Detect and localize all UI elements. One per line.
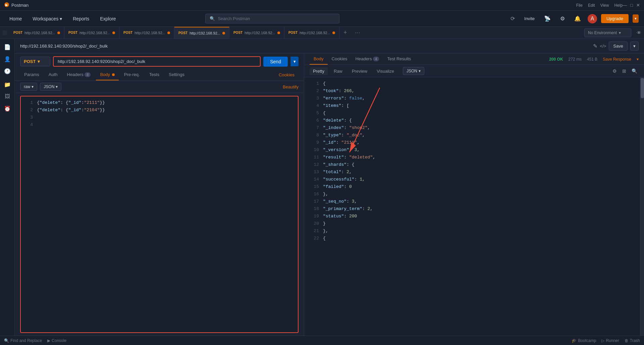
titlebar: ▶ Postman File Edit View Help — □ ✕: [0, 0, 644, 11]
save-response-btn[interactable]: Save Response: [603, 57, 631, 62]
sync-icon[interactable]: ⟳: [508, 14, 518, 23]
tab-more-btn[interactable]: ⋯: [351, 29, 364, 36]
bootcamp-btn[interactable]: 🎓 Bootcamp: [572, 338, 596, 343]
beautify-btn[interactable]: Beautify: [283, 84, 299, 89]
sidebar-new-icon[interactable]: 📄: [2, 42, 13, 52]
sidebar-collection-icon[interactable]: 📁: [2, 79, 13, 90]
resp-tab-headers[interactable]: Headers 4: [352, 54, 383, 65]
req-tab-tests[interactable]: Tests: [145, 69, 163, 80]
satellite-icon[interactable]: 📡: [541, 14, 553, 23]
req-tab-body[interactable]: Body: [96, 69, 118, 80]
body-format-btn[interactable]: JSON ▾: [40, 83, 61, 91]
resp-line-19: "status": 200: [323, 213, 637, 220]
nav-home[interactable]: Home: [5, 14, 26, 23]
menu-file[interactable]: File: [576, 3, 583, 8]
resp-line-numbers: 12345 678910 1112131415 1617181920 2122: [304, 77, 320, 336]
find-replace-icon: 🔍: [4, 338, 9, 343]
resp-line-20: }: [323, 220, 637, 227]
resp-line-1: {: [323, 80, 637, 87]
save-response-chevron[interactable]: ▾: [637, 57, 639, 62]
tabs-bar: POST http://192.168.92... POST http://19…: [0, 27, 644, 39]
request-body-code[interactable]: {"delete": {"_id":"2111"}} {"delete": {"…: [34, 96, 298, 332]
invite-btn[interactable]: Invite: [522, 15, 537, 22]
nav-workspaces[interactable]: Workspaces▾: [29, 14, 66, 23]
settings-icon[interactable]: ⚙: [557, 14, 568, 23]
tab-dirty-2: [112, 31, 115, 34]
line-num-2: 2: [22, 107, 33, 114]
body-type-btn[interactable]: raw ▾: [20, 83, 37, 91]
tab-6[interactable]: POST http://192.168.92...: [284, 27, 339, 39]
req-tab-settings[interactable]: Settings: [165, 69, 189, 80]
send-dropdown-btn[interactable]: ▾: [290, 57, 299, 66]
close-btn[interactable]: ✕: [636, 3, 640, 8]
req-tab-prereq[interactable]: Pre-req.: [120, 69, 144, 80]
env-selector[interactable]: No Environment ▾: [584, 28, 631, 37]
resp-tab-cookies[interactable]: Cookies: [328, 54, 352, 65]
tab-5[interactable]: POST http://192.168.92...: [229, 27, 284, 39]
tab-1[interactable]: POST http://192.168.92...: [9, 27, 64, 39]
request-pane: POST ▾ Send ▾ Params Auth Headers 8 Body…: [15, 54, 304, 336]
notification-icon[interactable]: 🔔: [572, 14, 584, 23]
resp-line-5: {: [323, 110, 637, 117]
sidebar-image-icon[interactable]: 🖼: [2, 91, 13, 102]
tab-new-req[interactable]: [1, 27, 9, 39]
url-input[interactable]: [53, 56, 261, 67]
resp-copy-btn[interactable]: ⊞: [621, 67, 628, 75]
trash-btn[interactable]: 🗑 Trash: [625, 338, 640, 343]
resp-format-dropdown[interactable]: JSON ▾: [403, 67, 424, 75]
tab-add-btn[interactable]: +: [339, 29, 351, 36]
code-btn[interactable]: </>: [600, 44, 606, 49]
resp-filter-btn[interactable]: ⚙: [611, 67, 618, 75]
tab-3[interactable]: POST http://192.168.92...: [119, 27, 174, 39]
resp-scrollbar[interactable]: [640, 77, 644, 336]
resp-tab-test-results[interactable]: Test Results: [383, 54, 415, 65]
find-replace-btn[interactable]: 🔍 Find and Replace: [4, 338, 42, 343]
resp-visualize-btn[interactable]: Visualize: [373, 67, 397, 75]
tab-4[interactable]: POST http://192.168.92...: [174, 27, 229, 39]
nav-explore[interactable]: Explore: [96, 14, 120, 23]
send-btn[interactable]: Send: [263, 57, 288, 67]
edit-btn[interactable]: ✎: [593, 43, 597, 49]
save-btn[interactable]: Save: [609, 42, 628, 51]
sidebar-clock-icon[interactable]: ⏰: [2, 103, 13, 114]
main-content: http://192.168.92.140:9200/shop2/_doc/_b…: [15, 39, 644, 336]
resp-search-btn[interactable]: 🔍: [630, 67, 639, 75]
save-dropdown-btn[interactable]: ▾: [630, 42, 639, 51]
req-tab-params[interactable]: Params: [20, 69, 43, 80]
minimize-btn[interactable]: —: [623, 3, 627, 8]
runner-btn[interactable]: ▷ Runner: [601, 338, 619, 343]
resp-line-13: "total": 2,: [323, 168, 637, 176]
workspaces-chevron: ▾: [60, 16, 62, 21]
code-line-4: [37, 121, 295, 129]
maximize-btn[interactable]: □: [630, 3, 633, 8]
menu-view[interactable]: View: [600, 3, 609, 8]
console-icon: ▶: [47, 338, 50, 343]
console-btn[interactable]: ▶ Console: [47, 338, 66, 343]
resp-tab-body[interactable]: Body: [310, 54, 328, 65]
resp-preview-btn[interactable]: Preview: [348, 67, 371, 75]
code-line-3: [37, 114, 295, 121]
resp-line-6: "delete": {: [323, 117, 637, 124]
user-avatar[interactable]: A: [588, 14, 597, 23]
resp-raw-btn[interactable]: Raw: [330, 67, 346, 75]
method-dropdown[interactable]: POST ▾: [20, 57, 50, 66]
request-body-editor[interactable]: 1 2 3 4 {"delete": {"_id":"2111"}} {"del…: [20, 96, 299, 333]
upgrade-btn[interactable]: Upgrade: [601, 14, 629, 23]
resp-format-chevron: ▾: [419, 69, 421, 73]
upgrade-chevron[interactable]: ▾: [633, 14, 639, 23]
tab-dirty-1: [57, 31, 60, 34]
cookies-btn[interactable]: Cookies: [275, 70, 299, 80]
nav-reports[interactable]: Reports: [69, 14, 93, 23]
tab-2[interactable]: POST http://192.168.92...: [64, 27, 119, 39]
sidebar-history-icon[interactable]: 🕐: [2, 66, 13, 76]
menu-edit[interactable]: Edit: [588, 3, 595, 8]
menu-help[interactable]: Help: [614, 3, 623, 8]
req-tab-headers[interactable]: Headers 8: [63, 69, 95, 80]
req-tab-auth[interactable]: Auth: [45, 69, 62, 80]
env-settings-icon[interactable]: 👁: [634, 30, 644, 36]
resp-pretty-btn[interactable]: Pretty: [310, 67, 328, 75]
url-bar-right: ✎ </> Save ▾: [593, 42, 639, 51]
url-bar-row: http://192.168.92.140:9200/shop2/_doc/_b…: [15, 39, 644, 54]
sidebar-person-icon[interactable]: 👤: [2, 54, 13, 64]
search-bar[interactable]: 🔍 Search Postman: [205, 14, 339, 23]
